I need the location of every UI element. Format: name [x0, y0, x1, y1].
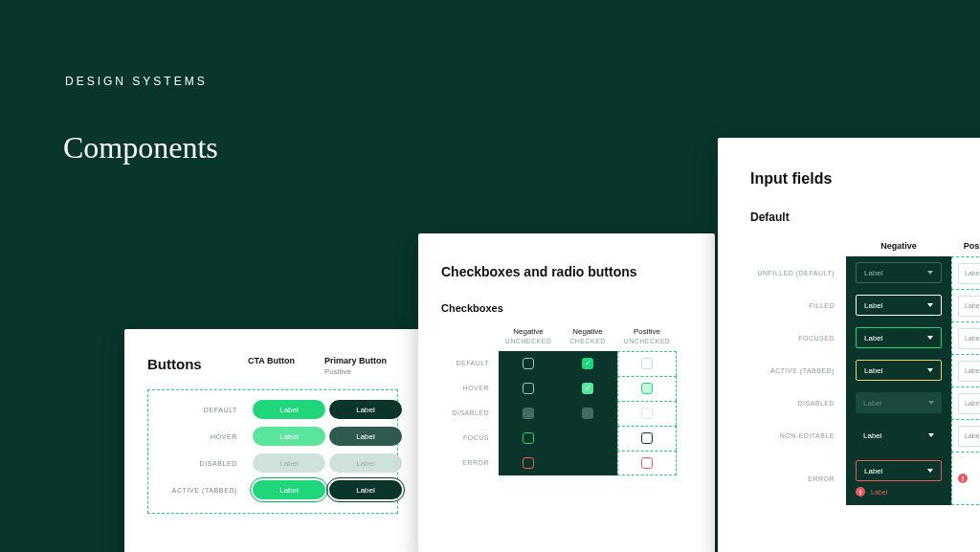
cb-col-1: NegativeCHECKED: [558, 327, 617, 347]
in-state-active: ACTIVE (TABBED): [750, 367, 846, 374]
checkbox-neg-unchecked-error[interactable]: [523, 457, 534, 469]
buttons-title: Buttons: [147, 356, 248, 372]
checkbox-neg-checked-default[interactable]: ✓: [582, 358, 593, 369]
in-state-disabled: DISABLED: [750, 400, 846, 407]
chevron-down-icon: [927, 303, 933, 307]
select-pos-filled[interactable]: Labe: [958, 296, 980, 317]
primary-button-disabled: Label: [329, 453, 402, 473]
select-pos-noneditable: Labe: [958, 426, 980, 447]
select-neg-noneditable: Label: [856, 425, 942, 446]
checkbox-neg-checked-hover[interactable]: ✓: [582, 383, 593, 394]
checkbox-neg-checked-disabled: [582, 408, 593, 419]
error-message: ! Label: [856, 487, 887, 497]
cb-state-disabled: DISABLED: [441, 401, 499, 426]
checkbox-pos-unchecked-disabled: [641, 408, 653, 419]
primary-button-default[interactable]: Label: [329, 400, 402, 419]
select-pos-active[interactable]: Labe: [958, 361, 980, 382]
checkbox-pos-unchecked-error[interactable]: [641, 457, 653, 469]
select-neg-focused[interactable]: Label: [856, 327, 942, 348]
check-icon: ✓: [585, 360, 591, 367]
checkbox-pos-unchecked-focus[interactable]: [641, 432, 653, 444]
checkbox-card: Checkboxes and radio buttons Checkboxes …: [418, 233, 715, 552]
inputs-subtitle: Default: [750, 210, 980, 224]
cb-state-default: DEFAULT: [441, 351, 499, 376]
chevron-down-icon: [927, 336, 933, 340]
in-state-error: ERROR: [750, 475, 846, 482]
in-state-noneditable: NON-EDITABLE: [750, 432, 846, 439]
select-pos-focused[interactable]: Labe: [958, 328, 980, 349]
select-neg-active[interactable]: Label: [856, 360, 942, 381]
in-state-filled: FILLED: [750, 302, 846, 309]
chevron-down-icon: [927, 368, 933, 372]
select-neg-filled[interactable]: Label: [856, 295, 942, 316]
checkbox-neg-unchecked-default[interactable]: [523, 358, 534, 369]
cta-button-hover[interactable]: Label: [253, 427, 325, 446]
chevron-down-icon: [928, 401, 934, 405]
chevron-down-icon: [927, 271, 933, 275]
checkbox-subtitle: Checkboxes: [441, 302, 692, 314]
col-cta: CTA Button: [248, 356, 324, 384]
cta-button-disabled: Label: [253, 453, 325, 473]
input-fields-card: Input fields Default Negative Positive U…: [718, 138, 980, 552]
chevron-down-icon: [928, 433, 934, 437]
col-primary: Primary Button Positive: [324, 356, 401, 384]
select-neg-disabled: Label: [856, 392, 942, 413]
select-neg-unfilled[interactable]: Label: [856, 262, 942, 283]
check-icon: ✓: [585, 385, 591, 392]
select-pos-unfilled[interactable]: Labe: [958, 263, 980, 284]
cta-button-active[interactable]: Label: [253, 480, 325, 499]
checkbox-pos-unchecked-default[interactable]: [641, 358, 653, 369]
checkbox-neg-unchecked-disabled: [523, 408, 534, 419]
in-state-unfilled: UNFILLED (DEFAULT): [750, 270, 846, 276]
section-eyebrow: DESIGN SYSTEMS: [65, 75, 208, 88]
cb-state-focus: FOCUS: [441, 426, 499, 451]
checkbox-neg-unchecked-focus[interactable]: [523, 432, 534, 444]
checkbox-pos-unchecked-hover[interactable]: [641, 383, 653, 394]
cb-state-hover: HOVER: [441, 376, 499, 401]
select-pos-disabled: Labe: [958, 393, 980, 414]
cta-button-default[interactable]: Label: [253, 400, 325, 419]
cb-col-2: PositiveUNCHECKED: [617, 327, 677, 347]
primary-button-hover[interactable]: Label: [329, 427, 402, 446]
checkbox-table: DEFAULT ✓ HOVER ✓ DISABLED FOCUS ERROR: [441, 351, 692, 475]
error-icon: !: [958, 474, 968, 483]
buttons-grid: DEFAULT Label Label HOVER Label Label DI…: [147, 389, 398, 514]
state-active: ACTIVE (TABBED): [154, 487, 249, 494]
cb-state-error: ERROR: [441, 451, 499, 475]
col-primary-sub: Positive: [324, 367, 401, 376]
state-hover: HOVER: [154, 433, 249, 440]
select-neg-error[interactable]: Label: [856, 460, 942, 481]
state-default: DEFAULT: [154, 407, 249, 413]
buttons-card: Buttons CTA Button Primary Button Positi…: [124, 329, 421, 552]
inputs-col-neg: Negative: [846, 241, 951, 251]
chevron-down-icon: [927, 469, 933, 473]
primary-button-active[interactable]: Label: [329, 480, 402, 499]
checkbox-neg-unchecked-hover[interactable]: [523, 383, 534, 394]
error-icon: !: [856, 487, 865, 497]
cb-col-0: NegativeUNCHECKED: [499, 327, 558, 347]
inputs-title: Input fields: [750, 170, 980, 188]
checkbox-title: Checkboxes and radio buttons: [441, 264, 692, 279]
page-title: Components: [63, 130, 218, 166]
state-disabled: DISABLED: [154, 460, 249, 467]
in-state-focused: FOCUSED: [750, 335, 846, 342]
inputs-col-pos: Positive: [951, 241, 980, 251]
